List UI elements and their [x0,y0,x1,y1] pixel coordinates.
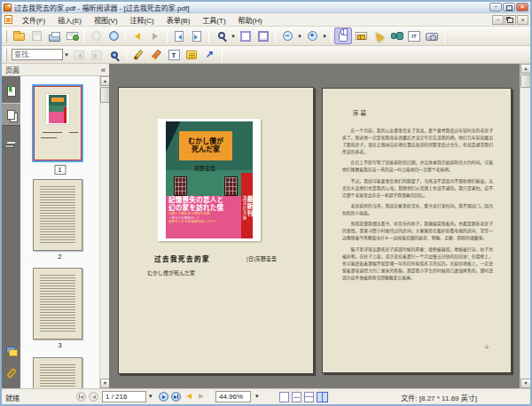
book-title-chinese: 过去我死去的家 [154,254,210,263]
find-previous-button[interactable] [70,46,88,63]
pages-tab[interactable] [2,103,20,126]
continuous-layout-button[interactable] [292,392,301,402]
save-icon [32,31,42,41]
scroll-down-arrow[interactable]: ▾ [520,379,531,388]
next-page-button[interactable] [188,27,206,44]
last-page-button[interactable] [171,392,181,402]
previous-view-button[interactable] [186,394,192,399]
menu-view[interactable]: 视图(V) [88,14,124,26]
zoom-in-button[interactable]: + [303,27,321,44]
toolbar-grip[interactable] [4,49,7,61]
cover-author: 東野圭吾 [175,164,236,172]
attachments-tab[interactable] [2,362,20,385]
paragraph: 脑子里浮现出那栋房子拆毁时候的景象：墙壁被砸塌，地板被打穿，柱子也被折断。在柱子… [342,246,493,282]
save-button[interactable] [27,27,45,44]
note-tool-button[interactable] [129,46,147,63]
find-dropdown[interactable]: ▾ [63,51,70,59]
email-button[interactable] [63,27,81,44]
page-dropdown[interactable]: ▾ [149,393,153,400]
highlight-tool-button[interactable] [147,46,165,63]
previous-view-button[interactable] [87,27,105,44]
scrollbar-thumb[interactable] [520,74,531,88]
bookmarks-tab[interactable] [2,80,20,103]
page-2-prologue[interactable]: 序幕 在一个月前，我的父亲那里传来了消息，那个曾经我度过年轻时光的老房子拆了。想… [322,88,512,373]
find-button[interactable] [387,27,405,44]
menu-comments[interactable]: 注释(C) [124,14,160,26]
separator [331,29,332,43]
text-select-icon: IT [408,31,420,42]
comments-tab[interactable] [2,339,20,362]
titlebar[interactable]: 过去我死去的家.pdf - 福昕阅读器 - [过去我死去的家.pdf] − × [2,2,530,13]
maximize-button[interactable] [503,3,515,12]
next-page-button[interactable] [159,392,168,402]
search-button[interactable] [106,46,123,63]
thumbnail-page-3[interactable] [33,268,82,340]
marquee-zoom-button[interactable] [352,27,370,44]
thumbnail-page-1[interactable] [32,84,83,162]
previous-view-icon [91,31,101,41]
menu-tools[interactable]: 工具(T) [196,14,231,26]
page-1-cover[interactable]: むかし僕が 死んだ家 東野圭吾 記憶喪失の恋人と 幻の家を訪れた僕 交錯して絡み… [118,87,314,374]
page-indicator-box[interactable]: 1 / 216 [102,391,146,402]
document-view[interactable]: むかし僕が 死んだ家 東野圭吾 記憶喪失の恋人と 幻の家を訪れた僕 交錯して絡み… [109,64,520,388]
previous-page-icon [175,31,184,42]
previous-page-button[interactable] [170,27,188,44]
go-back-button[interactable] [129,27,146,44]
mdi-restore-button[interactable] [505,15,516,25]
zoom-in-dropdown[interactable]: ▾ [321,33,328,40]
print-button[interactable] [45,27,63,44]
cover-tagline3: 意表をつかせぬ長編本格ミステリ [168,220,239,223]
zoom-level-box[interactable]: 44.96% [215,391,251,402]
document-scrollbar[interactable]: ▴ ▾ [520,64,530,388]
zoom-in-icon: + [308,31,317,41]
zoom-tool-dropdown[interactable]: ▾ [230,33,237,40]
separator [444,28,445,44]
go-forward-button[interactable] [146,27,164,44]
fit-width-button[interactable] [237,27,254,44]
find-input[interactable] [12,49,63,60]
zoom-tool-button[interactable] [212,27,230,44]
thumbnail-page-4[interactable] [33,357,82,388]
menu-help[interactable]: 帮助(H) [232,14,269,26]
panel-scrollbar[interactable]: ▴ ▾ [99,76,109,388]
first-page-button[interactable] [76,392,86,402]
cover-window-art [224,176,239,196]
separator [125,29,126,43]
foxit-app-icon [4,4,12,12]
minimize-button[interactable]: − [489,3,502,12]
separator [208,29,209,43]
mdi-minimize-button[interactable]: − [492,15,504,25]
collapse-panel-button[interactable]: « [101,66,106,74]
close-button[interactable]: × [516,3,528,12]
next-view-button[interactable] [199,394,204,399]
facing-layout-button[interactable] [317,392,328,402]
menu-forms[interactable]: 表单(B) [160,14,197,26]
bookmark-icon [7,86,16,97]
mdi-close-button[interactable]: × [517,15,528,25]
snapshot-button[interactable] [423,27,441,44]
previous-page-button[interactable] [89,392,98,402]
find-next-button[interactable] [88,46,106,63]
next-view-button[interactable] [105,27,122,44]
toolbar-grip[interactable] [4,30,7,43]
continuous-facing-layout-button[interactable] [304,392,314,402]
cover-badge: 最新刊 [246,196,253,217]
typewriter-tool-button[interactable]: T [165,46,183,63]
single-page-layout-button[interactable] [279,392,289,402]
arrow-annotation-button[interactable]: ↗ [200,46,218,63]
select-annotation-button[interactable] [370,27,387,44]
scroll-up-arrow[interactable]: ▴ [520,64,531,74]
sticky-note-button[interactable] [183,46,200,63]
layers-tab[interactable] [2,131,20,154]
cover-banner: 記憶喪失の恋人と 幻の家を訪れた僕 交錯して絡み合う絶妙な伏線 一体どんな結末か… [166,196,241,238]
open-button[interactable] [10,27,27,44]
menu-file[interactable]: 文件(F) [16,14,51,26]
zoom-out-button[interactable]: − [278,27,296,44]
hand-tool-button[interactable] [334,27,352,44]
thumbnail-page-2[interactable] [33,179,82,251]
fit-page-button[interactable] [254,27,272,44]
zoom-dropdown[interactable]: ▾ [255,393,259,400]
text-select-button[interactable]: IT [405,27,423,44]
zoom-out-dropdown[interactable]: ▾ [296,33,303,40]
menu-insert[interactable]: 插入(E) [51,14,88,26]
